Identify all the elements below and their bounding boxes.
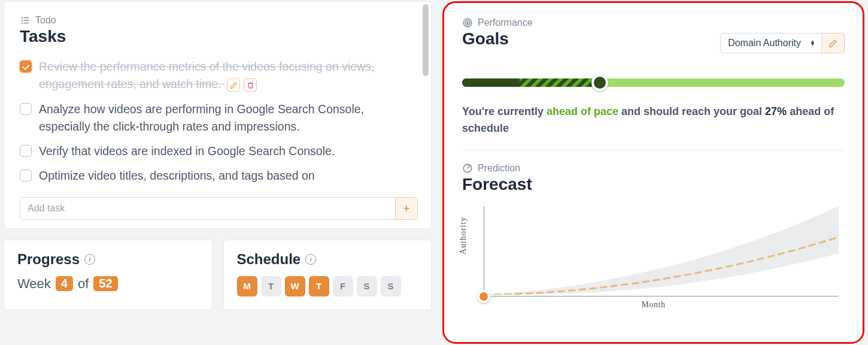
forecast-eyebrow-text: Prediction bbox=[478, 163, 520, 174]
metric-select-wrap: Domain Authority ▲▼ bbox=[720, 33, 845, 53]
week-total-badge: 52 bbox=[93, 276, 117, 291]
week-label: Week bbox=[17, 276, 51, 292]
metric-select-value: Domain Authority bbox=[728, 38, 801, 48]
pencil-icon bbox=[828, 39, 837, 48]
schedule-title-text: Schedule bbox=[237, 251, 301, 268]
goals-eyebrow-text: Performance bbox=[478, 17, 533, 28]
tasks-eyebrow: Todo bbox=[20, 15, 418, 26]
svg-point-2 bbox=[467, 22, 468, 23]
pencil-icon bbox=[230, 81, 238, 89]
tasks-card: Todo Tasks Review the performance metric… bbox=[4, 1, 432, 229]
task-item: Verify that videos are indexed in Google… bbox=[20, 139, 418, 164]
metric-select[interactable]: Domain Authority ▲▼ bbox=[720, 33, 822, 53]
week-current-badge: 4 bbox=[56, 276, 73, 291]
task-text: Review the performance metrics of the vi… bbox=[39, 58, 415, 93]
add-task-button[interactable] bbox=[395, 197, 418, 220]
schedule-day[interactable]: F bbox=[333, 276, 353, 296]
task-item: Optimize video titles, descriptions, and… bbox=[20, 164, 418, 188]
task-text: Analyze how videos are performing in Goo… bbox=[39, 101, 415, 136]
task-checkbox[interactable] bbox=[20, 170, 32, 181]
schedule-day[interactable]: S bbox=[357, 276, 377, 296]
task-text: Optimize video titles, descriptions, and… bbox=[39, 167, 415, 184]
checklist-icon bbox=[20, 15, 31, 26]
task-list: Review the performance metrics of the vi… bbox=[20, 55, 418, 189]
forecast-chart: Authority Month bbox=[465, 202, 842, 307]
info-icon[interactable]: i bbox=[305, 254, 316, 265]
schedule-day[interactable]: W bbox=[285, 276, 305, 296]
goals-title: Goals bbox=[462, 29, 533, 49]
progress-title: Progress i bbox=[17, 251, 199, 268]
goal-progress-track bbox=[462, 78, 845, 87]
task-checkbox[interactable] bbox=[20, 103, 32, 115]
goals-card: Performance Goals Domain Authority ▲▼ Yo… bbox=[442, 1, 864, 344]
progress-card: Progress i Week 4 of 52 bbox=[4, 240, 213, 310]
plus-icon bbox=[402, 204, 411, 213]
task-item: Review the performance metrics of the vi… bbox=[20, 55, 418, 97]
schedule-day[interactable]: M bbox=[237, 276, 257, 296]
forecast-eyebrow: Prediction bbox=[462, 163, 845, 174]
edit-goal-button[interactable] bbox=[822, 33, 845, 53]
goal-icon bbox=[462, 163, 473, 174]
edit-task-button[interactable] bbox=[227, 78, 240, 92]
select-arrows-icon: ▲▼ bbox=[810, 40, 815, 46]
schedule-title: Schedule i bbox=[237, 251, 418, 268]
forecast-plot bbox=[484, 206, 839, 295]
add-task-input[interactable] bbox=[20, 197, 395, 220]
pace-status: ahead of pace bbox=[547, 105, 618, 117]
goals-eyebrow: Performance bbox=[462, 17, 533, 28]
schedule-day[interactable]: T bbox=[309, 276, 329, 296]
delete-task-button[interactable] bbox=[244, 78, 257, 92]
info-icon[interactable]: i bbox=[84, 254, 95, 265]
target-icon bbox=[462, 17, 473, 28]
forecast-current-point bbox=[477, 290, 490, 303]
pace-text: You're currently ahead of pace and shoul… bbox=[462, 104, 845, 151]
task-item: Analyze how videos are performing in Goo… bbox=[20, 97, 418, 140]
forecast-confidence-band bbox=[484, 206, 839, 295]
week-of: of bbox=[78, 276, 89, 292]
schedule-card: Schedule i MTWTFSS bbox=[223, 240, 432, 310]
progress-week-line: Week 4 of 52 bbox=[17, 276, 199, 292]
tasks-eyebrow-text: Todo bbox=[35, 15, 56, 26]
goal-progress-handle[interactable] bbox=[591, 74, 608, 91]
pace-mid: and should reach your goal bbox=[618, 105, 765, 117]
trash-icon bbox=[247, 81, 254, 89]
add-task-row bbox=[20, 197, 418, 220]
axis-x bbox=[484, 296, 839, 296]
pace-pct: 27% bbox=[765, 105, 787, 117]
progress-title-text: Progress bbox=[17, 251, 80, 268]
pace-prefix: You're currently bbox=[462, 105, 547, 117]
goal-progress-completed bbox=[462, 78, 520, 87]
schedule-day[interactable]: T bbox=[261, 276, 281, 296]
forecast-ylabel: Authority bbox=[459, 217, 468, 255]
schedule-day[interactable]: S bbox=[381, 276, 401, 296]
forecast-title: Forecast bbox=[462, 175, 845, 194]
forecast-xlabel: Month bbox=[642, 300, 666, 310]
scrollbar[interactable] bbox=[423, 4, 429, 76]
task-checkbox[interactable] bbox=[20, 60, 32, 72]
task-text: Verify that videos are indexed in Google… bbox=[39, 143, 415, 160]
task-checkbox[interactable] bbox=[20, 145, 32, 157]
tasks-title: Tasks bbox=[20, 27, 418, 46]
schedule-days: MTWTFSS bbox=[237, 276, 418, 296]
